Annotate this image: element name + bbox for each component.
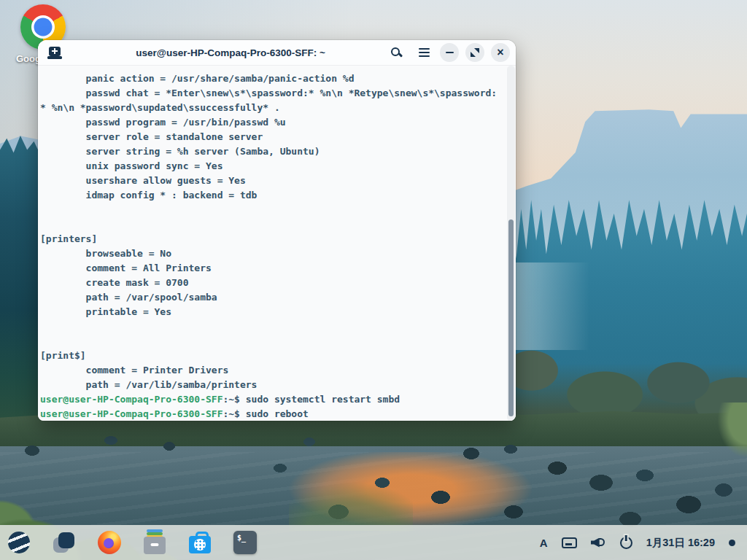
taskbar-status-area: A 1月31日 16:29 bbox=[540, 536, 747, 550]
volume-icon[interactable] bbox=[591, 537, 606, 549]
terminal-line: panic action = /usr/share/samba/panic-ac… bbox=[40, 71, 516, 86]
terminal-line: comment = All Printers bbox=[40, 261, 516, 276]
terminal-line: path = /var/spool/samba bbox=[40, 290, 516, 305]
terminal-line: server string = %h server (Samba, Ubuntu… bbox=[40, 144, 516, 159]
terminal-line bbox=[40, 319, 516, 334]
terminal-line: browseable = No bbox=[40, 246, 516, 261]
terminal-line: comment = Printer Drivers bbox=[40, 363, 516, 378]
terminal-output: panic action = /usr/share/samba/panic-ac… bbox=[40, 71, 516, 421]
terminal-body[interactable]: panic action = /usr/share/samba/panic-ac… bbox=[38, 66, 516, 421]
terminal-app-icon: $_ bbox=[233, 531, 257, 554]
terminal-line bbox=[40, 334, 516, 349]
keyboard-icon[interactable] bbox=[562, 537, 577, 548]
terminal-line: passwd chat = *Enter\snew\s*\spassword:*… bbox=[40, 86, 516, 101]
search-button[interactable] bbox=[387, 43, 406, 62]
notification-dot-icon[interactable] bbox=[729, 540, 735, 546]
power-icon[interactable] bbox=[620, 537, 632, 549]
wallpaper-reeds bbox=[289, 461, 413, 531]
terminal-line: user@user-HP-Compaq-Pro-6300-SFF:~$ sudo… bbox=[40, 407, 516, 421]
close-icon: × bbox=[497, 47, 503, 58]
software-store-icon bbox=[189, 531, 211, 554]
clock[interactable]: 1月31日 16:29 bbox=[646, 536, 715, 550]
taskbar-terminal-button[interactable]: $_ bbox=[233, 531, 257, 554]
titlebar[interactable]: user@user-HP-Compaq-Pro-6300-SFF: ~ × bbox=[38, 40, 516, 66]
terminal-line: * %n\n *password\supdated\ssuccessfully*… bbox=[40, 101, 516, 115]
terminal-line bbox=[40, 217, 516, 232]
taskbar-firefox-button[interactable] bbox=[98, 531, 121, 554]
terminal-line: create mask = 0700 bbox=[40, 276, 516, 290]
firefox-icon bbox=[98, 531, 121, 554]
terminal-window: user@user-HP-Compaq-Pro-6300-SFF: ~ × pa… bbox=[38, 40, 516, 421]
terminal-line: user@user-HP-Compaq-Pro-6300-SFF:~$ sudo… bbox=[40, 392, 516, 407]
taskbar-window-switcher-button[interactable] bbox=[53, 531, 76, 554]
search-icon bbox=[390, 47, 403, 59]
files-icon bbox=[144, 531, 166, 554]
new-tab-icon bbox=[47, 47, 62, 59]
terminal-line bbox=[40, 203, 516, 217]
terminal-line: [printers] bbox=[40, 232, 516, 246]
menu-button[interactable] bbox=[414, 43, 433, 62]
window-switcher-icon bbox=[53, 532, 75, 553]
taskbar-apps: $_ bbox=[0, 531, 257, 554]
chrome-icon-core bbox=[34, 18, 53, 36]
terminal-line: printable = Yes bbox=[40, 305, 516, 319]
terminal-line: path = /var/lib/samba/printers bbox=[40, 378, 516, 392]
input-method-indicator[interactable]: A bbox=[540, 537, 548, 549]
maximize-button[interactable] bbox=[465, 43, 484, 62]
wallpaper-grass-right bbox=[706, 402, 747, 461]
scrollbar-track[interactable] bbox=[507, 66, 515, 421]
terminal-line: usershare allow guests = Yes bbox=[40, 174, 516, 188]
close-button[interactable]: × bbox=[491, 43, 510, 62]
terminal-line: passwd program = /usr/bin/passwd %u bbox=[40, 115, 516, 130]
terminal-line: [print$] bbox=[40, 349, 516, 363]
terminal-line: server role = standalone server bbox=[40, 130, 516, 144]
terminal-line: unix password sync = Yes bbox=[40, 159, 516, 174]
zorin-menu-icon bbox=[8, 532, 30, 553]
scrollbar-thumb[interactable] bbox=[508, 219, 514, 416]
hamburger-menu-icon bbox=[419, 48, 430, 50]
terminal-line: idmap config * : backend = tdb bbox=[40, 188, 516, 203]
maximize-icon bbox=[471, 48, 479, 57]
window-title: user@user-HP-Compaq-Pro-6300-SFF: ~ bbox=[74, 47, 387, 58]
minimize-icon bbox=[446, 52, 454, 53]
taskbar-software-button[interactable] bbox=[188, 531, 212, 554]
new-tab-button[interactable] bbox=[45, 43, 64, 62]
taskbar: $_ A 1月31日 16:29 bbox=[0, 525, 747, 560]
taskbar-zorin-menu-button[interactable] bbox=[7, 531, 31, 554]
minimize-button[interactable] bbox=[440, 43, 459, 62]
taskbar-files-button[interactable] bbox=[143, 531, 166, 554]
